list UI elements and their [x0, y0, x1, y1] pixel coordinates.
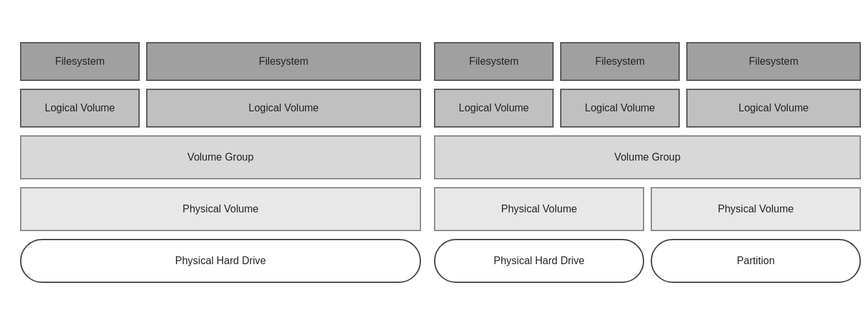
right-filesystem-row: Filesystem Filesystem Filesystem: [434, 42, 861, 81]
physical-hard-drive-box: Physical Hard Drive: [434, 239, 644, 283]
logical-volume-box: Logical Volume: [686, 89, 861, 128]
filesystem-box: Filesystem: [560, 42, 680, 81]
logical-volume-label: Logical Volume: [585, 102, 655, 114]
physical-hard-drive-label: Physical Hard Drive: [175, 255, 266, 267]
right-hard-drive-row: Physical Hard Drive Partition: [434, 239, 861, 283]
filesystem-label: Filesystem: [749, 56, 798, 67]
physical-volume-box: Physical Volume: [20, 187, 421, 231]
volume-group-box: Volume Group: [20, 135, 421, 179]
left-logical-row: Logical Volume Logical Volume: [20, 89, 421, 128]
volume-group-box: Volume Group: [434, 135, 861, 179]
logical-volume-box: Logical Volume: [146, 89, 421, 128]
physical-volume-label: Physical Volume: [501, 203, 577, 215]
volume-group-label: Volume Group: [614, 151, 680, 163]
partition-label: Partition: [737, 255, 775, 267]
filesystem-box: Filesystem: [686, 42, 861, 81]
filesystem-box: Filesystem: [434, 42, 554, 81]
volume-group-label: Volume Group: [188, 151, 254, 163]
left-volume-group-row: Volume Group: [20, 135, 421, 179]
physical-volume-box: Physical Volume: [434, 187, 644, 231]
logical-volume-label: Logical Volume: [739, 102, 809, 114]
logical-volume-label: Logical Volume: [459, 102, 529, 114]
partition-box: Partition: [651, 239, 861, 283]
logical-volume-box: Logical Volume: [20, 89, 140, 128]
logical-volume-label: Logical Volume: [45, 102, 115, 114]
right-section: Filesystem Filesystem Filesystem Logical…: [434, 42, 861, 283]
right-logical-row: Logical Volume Logical Volume Logical Vo…: [434, 89, 861, 128]
filesystem-label: Filesystem: [469, 56, 518, 67]
physical-hard-drive-box: Physical Hard Drive: [20, 239, 421, 283]
physical-volume-label: Physical Volume: [718, 203, 794, 215]
filesystem-label: Filesystem: [595, 56, 644, 67]
filesystem-label: Filesystem: [259, 56, 308, 67]
filesystem-box: Filesystem: [20, 42, 140, 81]
lvm-diagram: Filesystem Filesystem Logical Volume Log…: [14, 29, 854, 296]
physical-volume-box: Physical Volume: [651, 187, 861, 231]
logical-volume-label: Logical Volume: [248, 102, 319, 114]
physical-hard-drive-label: Physical Hard Drive: [494, 255, 584, 267]
filesystem-label: Filesystem: [55, 56, 104, 67]
right-volume-group-row: Volume Group: [434, 135, 861, 179]
left-section: Filesystem Filesystem Logical Volume Log…: [20, 42, 421, 283]
main-layout: Filesystem Filesystem Logical Volume Log…: [20, 42, 848, 283]
left-physical-volume-row: Physical Volume: [20, 187, 421, 231]
logical-volume-box: Logical Volume: [434, 89, 554, 128]
filesystem-box: Filesystem: [146, 42, 421, 81]
right-physical-volume-row: Physical Volume Physical Volume: [434, 187, 861, 231]
logical-volume-box: Logical Volume: [560, 89, 680, 128]
left-hard-drive-row: Physical Hard Drive: [20, 239, 421, 283]
physical-volume-label: Physical Volume: [182, 203, 258, 215]
left-filesystem-row: Filesystem Filesystem: [20, 42, 421, 81]
